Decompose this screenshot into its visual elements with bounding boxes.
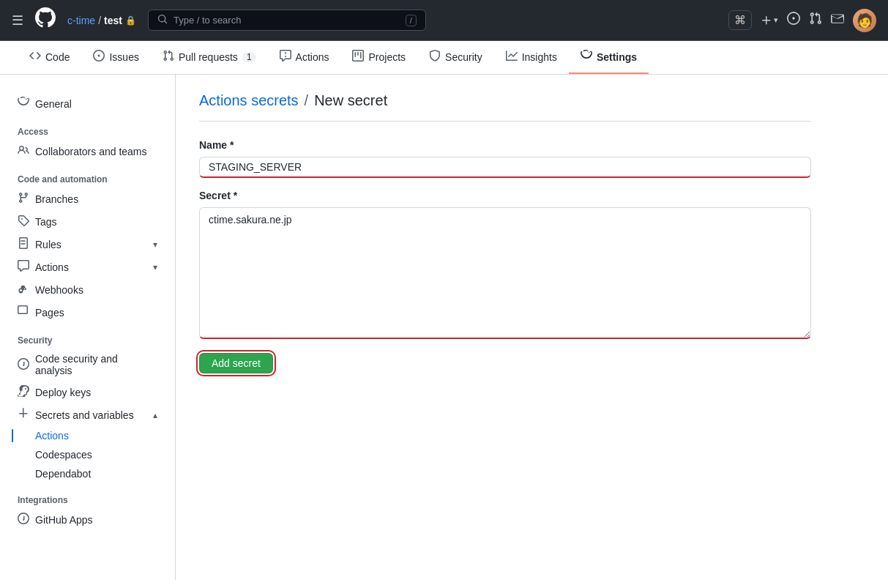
github-apps-icon — [18, 513, 29, 526]
code-icon — [29, 50, 41, 64]
tab-security-label: Security — [445, 51, 482, 63]
pages-label: Pages — [35, 307, 64, 319]
sidebar-item-general[interactable]: General — [12, 92, 163, 115]
tab-insights-label: Insights — [522, 51, 557, 63]
settings-sidebar: General Access Collaborators and teams C… — [0, 75, 176, 580]
key-icon — [18, 385, 29, 399]
sidebar-sub-dependabot[interactable]: Dependabot — [12, 464, 163, 483]
rules-label: Rules — [35, 239, 61, 250]
secret-required: * — [234, 190, 237, 201]
sidebar-access-group: Access — [12, 121, 163, 140]
inbox-icon[interactable] — [831, 12, 844, 29]
code-security-label: Code security and analysis — [35, 353, 157, 376]
sidebar-sub-codespaces[interactable]: Codespaces — [12, 445, 163, 464]
github-logo[interactable] — [35, 7, 56, 33]
webhook-icon — [18, 283, 29, 297]
search-box[interactable]: Type / to search / — [148, 10, 426, 31]
sidebar-item-rules[interactable]: Rules ▾ — [12, 233, 163, 256]
pr-tab-icon — [163, 50, 174, 64]
tab-code[interactable]: Code — [18, 41, 81, 74]
sidebar-item-branches[interactable]: Branches — [12, 187, 163, 210]
gear-icon — [18, 97, 29, 111]
security-tab-icon — [429, 50, 441, 64]
sidebar-item-actions[interactable]: Actions ▾ — [12, 256, 163, 278]
codespaces-sub-label: Codespaces — [35, 449, 92, 461]
sidebar-item-collaborators[interactable]: Collaborators and teams — [12, 140, 163, 163]
name-field-group: Name * — [199, 139, 811, 178]
secrets-icon — [18, 408, 29, 422]
repo-name-link[interactable]: test — [104, 15, 122, 26]
repo-tabs: Code Issues Pull requests 1 Actions Proj… — [0, 41, 888, 75]
sidebar-item-pages[interactable]: Pages — [12, 301, 163, 324]
search-icon — [157, 14, 168, 26]
settings-tab-icon — [581, 50, 592, 64]
breadcrumb-current: New secret — [314, 92, 387, 109]
sidebar-security-group: Security — [12, 330, 163, 349]
secret-field-group: Secret * ctime.sakura.ne.jp — [199, 190, 811, 341]
tab-issues[interactable]: Issues — [81, 41, 150, 74]
sidebar-item-secrets[interactable]: Secrets and variables ▴ — [12, 403, 163, 426]
pages-icon — [18, 305, 29, 319]
tab-security[interactable]: Security — [417, 41, 494, 74]
hamburger-icon[interactable]: ☰ — [12, 12, 23, 29]
tab-pull-requests[interactable]: Pull requests 1 — [151, 41, 268, 74]
deploy-keys-label: Deploy keys — [35, 387, 91, 398]
actions-chevron-down-icon: ▾ — [153, 262, 157, 272]
repo-owner-link[interactable]: c-time — [67, 15, 95, 26]
tab-projects[interactable]: Projects — [340, 41, 417, 74]
topbar: ☰ c-time / test 🔒 Type / to search / ⌘ ▾ — [0, 0, 888, 41]
webhooks-label: Webhooks — [35, 284, 83, 296]
name-required: * — [230, 139, 234, 151]
add-secret-button[interactable]: Add secret — [199, 353, 273, 373]
pr-badge: 1 — [242, 52, 256, 62]
tab-pr-label: Pull requests — [179, 51, 238, 63]
breadcrumb-separator: / — [305, 92, 309, 109]
github-apps-label: GitHub Apps — [35, 514, 93, 526]
code-security-icon — [18, 358, 29, 372]
people-icon — [18, 144, 29, 158]
issues-icon[interactable] — [787, 12, 800, 29]
sidebar-integrations-group: Integrations — [12, 489, 163, 508]
sidebar-sub-actions[interactable]: Actions — [12, 426, 163, 445]
sidebar-item-tags[interactable]: Tags — [12, 210, 163, 233]
path-separator: / — [98, 15, 101, 26]
search-placeholder: Type / to search — [174, 15, 242, 26]
branch-icon — [18, 192, 29, 206]
breadcrumb: Actions secrets / New secret — [199, 92, 811, 122]
tab-code-label: Code — [45, 51, 70, 63]
breadcrumb-link[interactable]: Actions secrets — [199, 92, 299, 109]
plus-icon[interactable]: ▾ — [761, 15, 778, 26]
name-input[interactable] — [199, 157, 811, 178]
sidebar-item-code-security[interactable]: Code security and analysis — [12, 349, 163, 381]
search-shortcut: / — [406, 15, 417, 26]
actions-sub-label: Actions — [35, 430, 69, 442]
branches-label: Branches — [35, 193, 78, 205]
name-label: Name * — [199, 139, 811, 151]
sidebar-item-deploy-keys[interactable]: Deploy keys — [12, 381, 163, 403]
tab-issues-label: Issues — [109, 51, 138, 63]
tab-actions-label: Actions — [296, 51, 329, 63]
page-layout: General Access Collaborators and teams C… — [0, 75, 888, 580]
tab-settings-label: Settings — [597, 51, 637, 63]
collaborators-label: Collaborators and teams — [35, 146, 147, 157]
sidebar-item-github-apps[interactable]: GitHub Apps — [12, 508, 163, 531]
secrets-chevron-up-icon: ▴ — [153, 410, 157, 420]
repo-path: c-time / test 🔒 — [67, 15, 136, 26]
tab-settings[interactable]: Settings — [569, 41, 649, 74]
chevron-down-icon: ▾ — [153, 239, 157, 250]
secret-input[interactable]: ctime.sakura.ne.jp — [199, 207, 811, 339]
sidebar-code-auto-group: Code and automation — [12, 168, 163, 187]
issues-tab-icon — [93, 50, 105, 64]
insights-tab-icon — [506, 50, 518, 64]
lock-icon: 🔒 — [125, 15, 136, 26]
topbar-actions: ⌘ ▾ 🧑 — [728, 9, 876, 32]
terminal-icon[interactable]: ⌘ — [728, 10, 752, 30]
tab-insights[interactable]: Insights — [494, 41, 569, 74]
avatar[interactable]: 🧑 — [853, 9, 876, 32]
tags-label: Tags — [35, 216, 57, 228]
secret-label: Secret * — [199, 190, 811, 201]
sidebar-item-webhooks[interactable]: Webhooks — [12, 278, 163, 301]
tag-icon — [18, 215, 29, 228]
pull-requests-icon[interactable] — [809, 12, 822, 29]
tab-actions[interactable]: Actions — [268, 41, 341, 74]
